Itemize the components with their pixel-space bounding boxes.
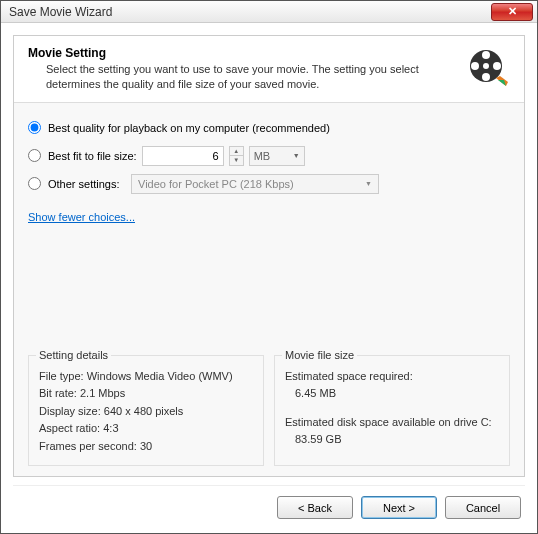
option-other: Other settings: Video for Pocket PC (218… <box>28 173 510 195</box>
page-description: Select the setting you want to use to sa… <box>28 62 458 92</box>
show-fewer-link[interactable]: Show fewer choices... <box>28 211 510 223</box>
radio-best-quality[interactable] <box>28 121 41 134</box>
option-best-quality: Best quality for playback on my computer… <box>28 117 510 139</box>
unit-value: MB <box>254 150 271 162</box>
filesize-spinner[interactable]: ▲ ▼ <box>229 146 244 166</box>
radio-best-fit[interactable] <box>28 149 41 162</box>
label-best-fit[interactable]: Best fit to file size: <box>48 150 137 162</box>
gap <box>285 403 499 413</box>
detail-fps: Frames per second: 30 <box>39 438 253 455</box>
detail-aspect-ratio: Aspect ratio: 4:3 <box>39 420 253 437</box>
setting-details-title: Setting details <box>36 349 111 361</box>
back-button[interactable]: < Back <box>277 496 353 519</box>
close-button[interactable]: ✕ <box>491 3 533 21</box>
label-best-quality[interactable]: Best quality for playback on my computer… <box>48 122 330 134</box>
content-area: Movie Setting Select the setting you wan… <box>1 23 537 533</box>
space-required-label: Estimated space required: <box>285 368 499 385</box>
titlebar: Save Movie Wizard ✕ <box>1 1 537 23</box>
header-text: Movie Setting Select the setting you wan… <box>28 46 458 92</box>
filesize-unit-select[interactable]: MB ▼ <box>249 146 305 166</box>
detail-display-size: Display size: 640 x 480 pixels <box>39 403 253 420</box>
wizard-body: Best quality for playback on my computer… <box>14 103 524 476</box>
details-row: Setting details File type: Windows Media… <box>28 355 510 467</box>
other-value: Video for Pocket PC (218 Kbps) <box>138 178 294 190</box>
spinner-up-icon[interactable]: ▲ <box>230 147 243 157</box>
option-best-fit: Best fit to file size: ▲ ▼ MB ▼ <box>28 145 510 167</box>
svg-point-3 <box>482 73 490 81</box>
svg-point-5 <box>483 63 489 69</box>
label-other[interactable]: Other settings: <box>48 178 126 190</box>
next-button[interactable]: Next > <box>361 496 437 519</box>
svg-point-4 <box>471 62 479 70</box>
movie-filesize-body: Estimated space required: 6.45 MB Estima… <box>285 368 499 448</box>
close-icon: ✕ <box>508 5 517 18</box>
wizard-header: Movie Setting Select the setting you wan… <box>14 36 524 103</box>
movie-reel-icon <box>466 46 510 90</box>
space-required-value: 6.45 MB <box>285 385 499 402</box>
movie-filesize-panel: Movie file size Estimated space required… <box>274 355 510 467</box>
inner-panel: Movie Setting Select the setting you wan… <box>13 35 525 477</box>
cancel-button[interactable]: Cancel <box>445 496 521 519</box>
titlebar-text: Save Movie Wizard <box>9 5 491 19</box>
detail-bit-rate: Bit rate: 2.1 Mbps <box>39 385 253 402</box>
radio-other[interactable] <box>28 177 41 190</box>
button-row: < Back Next > Cancel <box>13 485 525 521</box>
spacer <box>28 223 510 347</box>
setting-details-body: File type: Windows Media Video (WMV) Bit… <box>39 368 253 455</box>
space-available-value: 83.59 GB <box>285 431 499 448</box>
other-settings-select[interactable]: Video for Pocket PC (218 Kbps) ▼ <box>131 174 379 194</box>
spinner-down-icon[interactable]: ▼ <box>230 156 243 165</box>
setting-details-panel: Setting details File type: Windows Media… <box>28 355 264 467</box>
svg-point-1 <box>482 51 490 59</box>
detail-file-type: File type: Windows Media Video (WMV) <box>39 368 253 385</box>
wizard-window: Save Movie Wizard ✕ Movie Setting Select… <box>0 0 538 534</box>
page-title: Movie Setting <box>28 46 458 60</box>
space-available-label: Estimated disk space available on drive … <box>285 414 499 431</box>
movie-filesize-title: Movie file size <box>282 349 357 361</box>
filesize-input[interactable] <box>142 146 224 166</box>
chevron-down-icon: ▼ <box>293 152 300 159</box>
options-group: Best quality for playback on my computer… <box>28 117 510 201</box>
chevron-down-icon: ▼ <box>365 180 372 187</box>
svg-point-2 <box>493 62 501 70</box>
